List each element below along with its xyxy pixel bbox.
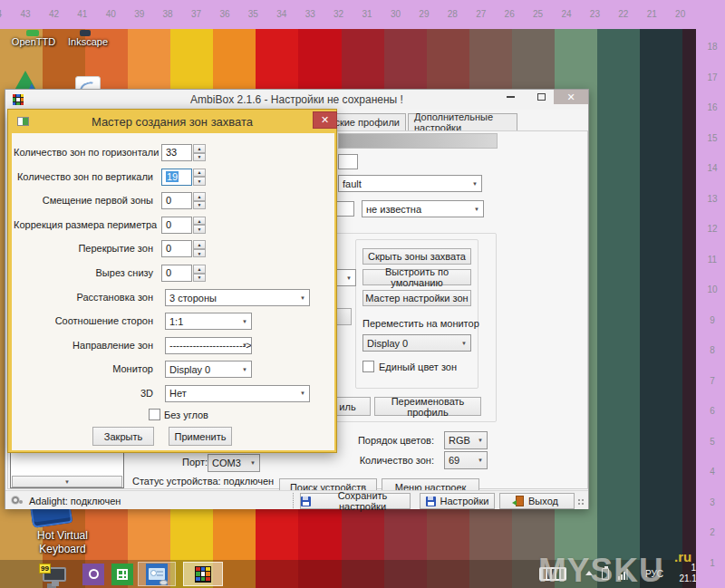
floppy-icon [301,496,311,506]
settings-button[interactable]: Настройки [420,493,495,509]
zone-number-right: 14 [707,163,717,173]
spinner-down-icon[interactable]: ▼ [193,274,206,283]
spinner-input[interactable]: 33 [161,144,192,161]
dialog-apply-button[interactable]: Применить [169,427,232,446]
exit-button[interactable]: Выход [499,493,575,509]
spinner-buttons[interactable]: ▲▼ [193,217,206,234]
dialog-combobox[interactable]: 1:1▼ [165,313,252,330]
spinner-buttons[interactable]: ▲▼ [193,265,206,282]
button-fragment[interactable] [336,308,352,325]
spinner-down-icon[interactable]: ▼ [193,177,206,186]
dialog-field-label: Коррекция размера периметра [14,219,153,230]
spinner-buttons[interactable]: ▲▼ [193,240,206,257]
hvk-label-line2[interactable]: Keyboard [20,543,105,555]
statusbar-separator [293,493,294,508]
spinner-down-icon[interactable]: ▼ [193,201,206,210]
zone-number-top: 23 [590,9,600,19]
brightness-gradient-bar [338,133,498,149]
spinner-up-icon[interactable]: ▲ [193,217,206,226]
spinner-up-icon[interactable]: ▲ [193,192,206,201]
no-corners-checkbox[interactable] [149,409,160,420]
hvk-label-line1[interactable]: Hot Virtual [20,529,105,542]
chevron-down-icon: ▼ [242,367,247,372]
zone-wizard-button[interactable]: Мастер настройки зон [362,290,471,306]
rename-profile-button[interactable]: Переименовать профиль [374,397,481,416]
exit-door-icon [516,496,524,506]
spinner-down-icon[interactable]: ▼ [193,225,206,234]
zone-number-top: 28 [448,9,458,19]
zone-number-right: 10 [707,284,717,294]
spinner-up-icon[interactable]: ▲ [193,169,206,178]
zone-number-right: 12 [707,224,717,234]
taskbar-store-app[interactable] [111,562,134,586]
spinner-buttons[interactable]: ▲▼ [193,144,206,161]
dialog-combobox[interactable]: Нет▼ [165,385,310,402]
spinner-down-icon[interactable]: ▼ [193,153,206,162]
zones-count-combo[interactable]: 69▼ [444,451,488,469]
port-combo[interactable]: COM3▼ [208,454,260,472]
dialog-combobox[interactable]: 3 стороны▼ [165,289,310,306]
taskbar-settings-app[interactable] [82,562,105,586]
spinner-up-icon[interactable]: ▲ [193,265,206,274]
spinner-buttons[interactable]: ▲▼ [193,192,206,209]
resize-grip[interactable] [578,499,585,506]
profile-combo-default[interactable]: fault▼ [338,175,482,192]
taskbar-monitor-app[interactable]: 99 [38,562,71,586]
dialog-close-button[interactable]: ✕ [313,111,337,129]
taskbar-control-panel-app[interactable] [138,562,176,586]
maximize-button[interactable] [531,90,551,104]
dialog-field-label: Вырез снизу [14,267,153,278]
zone-number-top: 36 [219,9,229,19]
inkscape-label[interactable]: Inkscape [66,36,110,47]
spinner-input[interactable]: 0 [161,217,192,234]
edit-field-fragment2[interactable] [336,201,354,217]
dialog-field-label: Перекрытие зон [14,243,153,254]
spinner-up-icon[interactable]: ▲ [193,240,206,249]
spinner-input[interactable]: 19 [161,169,192,186]
tab-additional-settings[interactable]: Дополнительные настройки [408,113,517,130]
zone-number-top: 22 [618,9,628,19]
spinner-down-icon[interactable]: ▼ [193,249,206,258]
save-settings-button[interactable]: Сохранить настройки [300,493,411,509]
zone-number-top: 44 [0,9,2,19]
spinner-input[interactable]: 0 [161,240,192,257]
watermark: MYSKU.ru [538,552,664,588]
zone-number-top: 30 [391,9,401,19]
main-window-titlebar[interactable]: AmbiBox 2.1.6 - Настройки не сохранены !… [5,90,588,110]
hide-zones-button[interactable]: Скрыть зоны захвата [362,248,471,265]
dialog-field-label: Расстановка зон [14,292,153,303]
chevron-down-icon: ▼ [300,390,305,396]
badge-99: 99 [39,564,51,574]
dialog-field-label: Смещение первой зоны [14,195,153,206]
zone-number-top: 39 [134,9,144,19]
spinner-up-icon[interactable]: ▲ [193,144,206,153]
minimize-button[interactable] [500,90,520,104]
edit-field-fragment[interactable] [338,154,358,169]
inkscape-icon[interactable] [80,30,91,36]
dialog-combobox[interactable]: Display 0▼ [165,361,252,378]
floppy-icon [426,496,436,506]
arrange-default-button[interactable]: Выстроить по умолчанию [362,269,471,285]
dialog-combobox[interactable]: ----------------------->▼ [165,337,252,354]
rubik-cube-icon [195,566,211,583]
zone-number-top: 20 [675,9,685,19]
spinner-input[interactable]: 0 [161,192,192,209]
device-status-text: Статус устройства: подключен [132,476,274,487]
spinner-input[interactable]: 0 [161,265,192,282]
zone-number-right: 9 [710,315,715,325]
monitor-combo[interactable]: Display 0▼ [362,334,471,352]
zone-number-top: 42 [49,9,59,19]
combo-fragment[interactable]: ▼ [336,269,356,286]
chevron-down-icon: ▼ [472,181,478,187]
device-version-combo[interactable]: не известна▼ [362,200,484,217]
single-color-checkbox[interactable] [362,361,374,372]
close-button[interactable]: ✕ [554,90,588,104]
spinner-buttons[interactable]: ▲▼ [193,169,206,186]
zone-number-right: 17 [707,72,717,82]
openttd-icon[interactable] [26,30,39,36]
dialog-close-action-button[interactable]: Закрыть [92,427,154,446]
listbox-expand-button[interactable]: ▼ [12,476,122,487]
color-order-combo[interactable]: RGB▼ [444,431,488,449]
taskbar-ambibox-app[interactable] [183,562,223,586]
openttd-label[interactable]: OpenTTD [11,36,56,47]
